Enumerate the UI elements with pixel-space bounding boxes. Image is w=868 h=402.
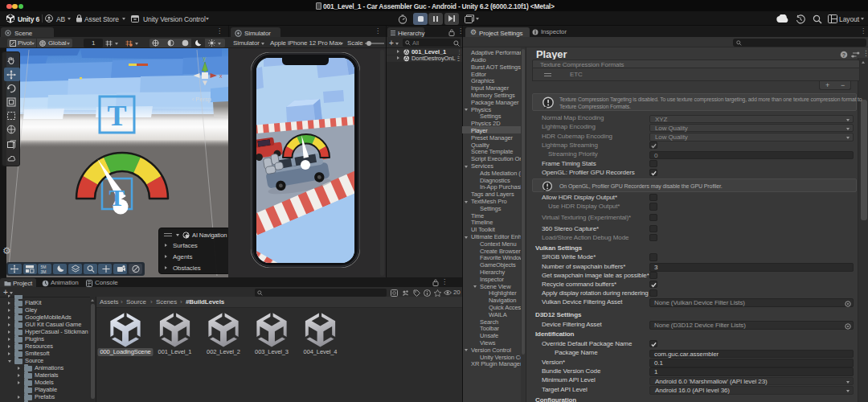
- svg-text:3M: 3M: [41, 269, 47, 274]
- svg-text:?: ?: [842, 52, 845, 58]
- svg-text:x: x: [219, 73, 223, 79]
- svg-text:T: T: [107, 100, 126, 132]
- svg-text:‹ Persp: ‹ Persp: [192, 96, 211, 103]
- svg-text:T: T: [108, 184, 125, 211]
- svg-text:y: y: [203, 55, 207, 62]
